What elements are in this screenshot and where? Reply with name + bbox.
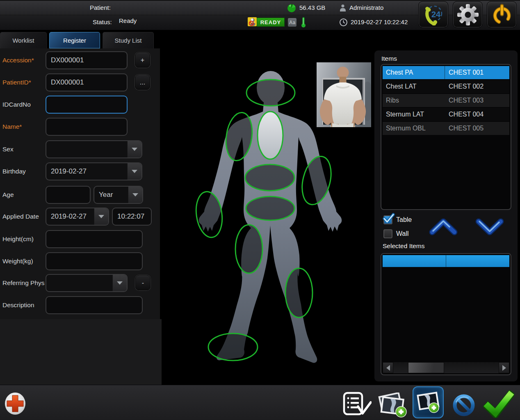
height-field[interactable] [46, 230, 143, 248]
storage-value: 56.43 GB [299, 4, 325, 11]
add-multiple-images-button[interactable] [377, 393, 409, 418]
item-code: CHEST 004 [445, 108, 509, 121]
body-region-pelvis[interactable] [246, 196, 294, 220]
item-row-2[interactable]: RibsCHEST 003 [383, 94, 509, 107]
left-lower-panel [0, 319, 162, 385]
font-size-icon[interactable]: Aa [288, 18, 296, 27]
tab-register[interactable]: Register [49, 32, 100, 48]
ready-badge: READY [257, 18, 285, 27]
table-checkbox-row[interactable]: Table [383, 215, 412, 224]
item-row-0[interactable]: Chest PACHEST 001 [383, 66, 509, 79]
sex-select-arrow[interactable] [127, 141, 141, 158]
power-icon [490, 3, 513, 26]
dx-workstation: { "topbar": { "patient_label": "Patient:… [0, 0, 520, 420]
accession-button[interactable]: + [135, 52, 150, 68]
items-list: Chest PACHEST 001Chest LATCHEST 002RibsC… [381, 64, 511, 210]
tab-worklist[interactable]: Worklist [0, 32, 47, 48]
patient_id-button[interactable]: ... [135, 75, 150, 90]
phone-24-icon: 24 [423, 4, 444, 25]
storage-pie-icon [287, 4, 296, 13]
form-row-age: AgeYear [0, 186, 160, 204]
scroll-thumb[interactable] [408, 362, 444, 373]
selected-items-list [381, 253, 511, 375]
body-region-chest[interactable] [258, 112, 283, 159]
referring_physician-button[interactable]: - [135, 275, 151, 290]
label-height: Height(cm) [2, 230, 34, 248]
item-name: Chest PA [383, 66, 445, 79]
referring_physician-select-arrow[interactable] [112, 275, 127, 291]
birthday-select[interactable]: 2019-02-27 [46, 162, 142, 180]
support-button[interactable]: 24 [418, 1, 448, 28]
label-weight: Weight(kg) [2, 252, 33, 270]
tab-study-list[interactable]: Study List [103, 32, 154, 48]
cancel-button[interactable] [451, 393, 477, 417]
form-row-weight: Weight(kg) [0, 252, 160, 270]
gear-icon [456, 3, 479, 26]
item-name: Sternum LAT [383, 108, 445, 121]
wall-checkbox[interactable] [383, 229, 392, 238]
label-referring_physician: Referring Phys [2, 274, 45, 292]
description-field[interactable] [46, 296, 143, 314]
body-region-right-knee[interactable] [285, 268, 312, 317]
form-row-referring_physician: Referring Phys- [0, 274, 160, 292]
age-unit-select[interactable]: Year [94, 186, 143, 204]
item-code: CHEST 005 [445, 122, 509, 135]
age-unit-select-arrow[interactable] [128, 187, 142, 203]
selected-items-scrollbar[interactable] [383, 362, 509, 373]
item-code: CHEST 002 [445, 80, 509, 93]
form-row-height: Height(cm) [0, 230, 160, 248]
body-region-left-thigh[interactable] [235, 225, 262, 273]
form-row-birthday: Birthday2019-02-27 [0, 162, 160, 180]
confirm-button[interactable] [483, 390, 514, 418]
item-name: Ribs [383, 94, 445, 107]
status-label: Status: [93, 18, 112, 25]
form-row-id_card_no: IDCardNo [0, 96, 160, 114]
add-image-button-active[interactable] [413, 386, 444, 418]
item-row-1[interactable]: Chest LATCHEST 002 [383, 80, 509, 93]
sex-select[interactable] [46, 140, 142, 158]
label-sex: Sex [2, 140, 14, 158]
item-name: Chest LAT [383, 80, 445, 93]
label-accession: Accession* [2, 51, 34, 69]
power-button[interactable] [487, 1, 517, 28]
item-row-4[interactable]: Sternum OBLCHEST 005 [383, 122, 509, 135]
birthday-select-arrow[interactable] [127, 163, 141, 180]
settings-button[interactable] [453, 1, 483, 28]
form-row-applied_date: Applied Date2019-02-2710:22:07 [0, 208, 160, 226]
emergency-patient-button[interactable] [4, 392, 26, 415]
name-field[interactable] [46, 118, 128, 136]
label-applied_date: Applied Date [2, 208, 39, 226]
applied_date-select-arrow[interactable] [94, 208, 108, 225]
selected-items-title: Selected Items [383, 242, 425, 250]
id_card_no-field[interactable] [46, 96, 128, 114]
patient_id-field[interactable]: DX000001 [46, 73, 128, 91]
move-up-button[interactable] [429, 217, 458, 237]
scroll-left-button[interactable] [383, 362, 393, 373]
label-name: Name* [2, 118, 22, 136]
applied_date-select[interactable]: 2019-02-27 [46, 208, 109, 226]
item-row-3[interactable]: Sternum LATCHEST 004 [383, 108, 509, 121]
tab-bar: Worklist Register Study List [0, 30, 520, 48]
form-row-patient_id: PatientID*DX000001... [0, 73, 160, 91]
referring_physician-select[interactable] [46, 274, 128, 292]
body-region-abdomen[interactable] [245, 164, 294, 191]
form-row-accession: Accession*DX000001+ [0, 51, 160, 69]
move-down-button[interactable] [475, 217, 504, 237]
label-birthday: Birthday [2, 162, 26, 180]
accession-field[interactable]: DX000001 [46, 51, 128, 69]
body-region-head[interactable] [246, 80, 295, 106]
worklist-confirm-icon[interactable] [343, 392, 372, 415]
datetime-value: 2019-02-27 10:22:42 [351, 18, 408, 25]
scroll-track[interactable] [393, 362, 499, 373]
weight-field[interactable] [46, 252, 143, 270]
wall-checkbox-row[interactable]: Wall [383, 229, 409, 238]
items-title: Items [381, 55, 397, 62]
patient-label: Patient: [90, 4, 111, 11]
register-form: Accession*DX000001+PatientID*DX000001...… [0, 48, 160, 319]
body-region-left-foot[interactable] [208, 333, 258, 361]
applied_date-time-field[interactable]: 10:22:07 [112, 208, 152, 226]
top-bar: Patient: Status: Ready 56.43 GB Administ… [0, 0, 520, 30]
age-field[interactable] [46, 186, 91, 204]
scroll-right-button[interactable] [499, 362, 509, 373]
table-checkbox[interactable] [383, 215, 392, 224]
